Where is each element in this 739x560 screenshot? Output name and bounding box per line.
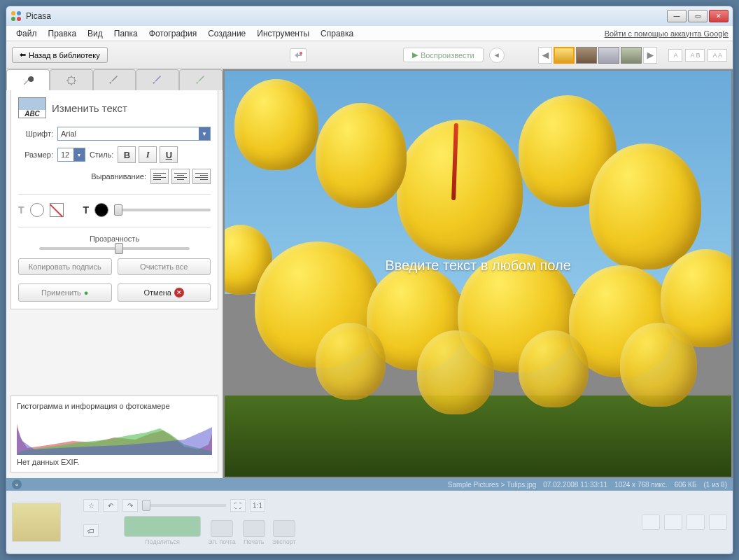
- bold-button[interactable]: B: [118, 146, 136, 163]
- tab-tune[interactable]: [50, 69, 93, 90]
- menu-photo[interactable]: Фотография: [143, 27, 202, 40]
- menu-file[interactable]: Файл: [10, 27, 43, 40]
- histogram-chart: [17, 413, 212, 455]
- back-label: Назад в библиотеку: [29, 51, 100, 59]
- info-icon[interactable]: [709, 514, 727, 530]
- thumb-prev[interactable]: ◄: [538, 47, 552, 64]
- label-btn-1[interactable]: A: [668, 49, 682, 62]
- star-button[interactable]: ☆: [83, 499, 99, 512]
- opacity-slider[interactable]: [39, 247, 190, 250]
- outline-color-t: T: [83, 204, 90, 216]
- thumb-3[interactable]: [598, 47, 619, 64]
- actual-button[interactable]: 1:1: [250, 499, 265, 512]
- font-select[interactable]: Arial ▼: [57, 127, 211, 141]
- back-to-library-button[interactable]: ⬅ Назад в библиотеку: [12, 47, 108, 63]
- zoom-slider[interactable]: [142, 504, 226, 507]
- svg-point-3: [17, 17, 21, 21]
- text-tool-icon: ABC: [18, 97, 46, 118]
- rotate-left-button[interactable]: ↶: [103, 499, 118, 512]
- svg-point-1: [17, 11, 21, 15]
- app-icon: [10, 10, 22, 22]
- maximize-button[interactable]: ▭: [688, 10, 708, 22]
- geo-icon[interactable]: [664, 514, 682, 530]
- outline-color-swatch[interactable]: [94, 203, 108, 217]
- status-size: 606 КБ: [675, 481, 697, 489]
- menu-help[interactable]: Справка: [315, 27, 359, 40]
- cancel-button[interactable]: Отмена ✕: [118, 284, 211, 302]
- share-button[interactable]: Поделиться: [124, 516, 201, 545]
- status-date: 07.02.2008 11:33:11: [543, 481, 607, 489]
- tab-brush2[interactable]: [136, 69, 179, 90]
- italic-button[interactable]: I: [139, 146, 157, 163]
- svg-point-2: [11, 17, 15, 21]
- label-btn-2[interactable]: A B: [685, 49, 705, 62]
- svg-point-0: [11, 11, 15, 15]
- thumb-1[interactable]: [554, 47, 575, 64]
- sidebar: ABC Изменить текст Шрифт: Arial ▼ Размер…: [6, 69, 223, 478]
- fill-color-t: T: [18, 204, 24, 216]
- shop-icon[interactable]: [642, 514, 660, 530]
- align-left-button[interactable]: [150, 169, 169, 184]
- tray-thumb[interactable]: [12, 503, 61, 542]
- rotate-right-button[interactable]: ↷: [122, 499, 138, 512]
- fit-button[interactable]: ⛶: [230, 499, 246, 512]
- play-icon: ▶: [412, 50, 418, 59]
- signin-link[interactable]: Войти с помощью аккаунта Google: [605, 29, 729, 38]
- status-dims: 1024 x 768 пикс.: [614, 481, 668, 489]
- style-label: Стиль:: [90, 150, 113, 159]
- menu-edit[interactable]: Правка: [43, 27, 83, 40]
- x-icon: ✕: [174, 288, 184, 298]
- histogram-panel: Гистограмма и информация о фотокамере Не…: [10, 396, 218, 472]
- menubar: Файл Правка Вид Папка Фотография Создани…: [6, 26, 733, 41]
- play-label: Воспроизвести: [421, 51, 474, 59]
- align-right-button[interactable]: [192, 169, 211, 184]
- tag-button[interactable]: 🏷: [83, 524, 99, 537]
- font-label: Шрифт:: [18, 130, 53, 138]
- align-label: Выравнивание:: [91, 172, 146, 181]
- minimize-button[interactable]: —: [667, 10, 687, 22]
- outline-width-slider[interactable]: [114, 209, 211, 211]
- menu-tools[interactable]: Инструменты: [251, 27, 315, 40]
- size-input[interactable]: 12 ▾: [57, 148, 85, 162]
- align-center-button[interactable]: [171, 169, 190, 184]
- thumb-4[interactable]: [621, 47, 642, 64]
- label-btn-3[interactable]: A A: [708, 49, 727, 62]
- link-icon-button[interactable]: [290, 48, 307, 62]
- collapse-button[interactable]: «: [12, 479, 22, 489]
- tab-brush3[interactable]: [179, 69, 223, 90]
- histogram-title: Гистограмма и информация о фотокамере: [17, 402, 212, 410]
- titlebar: Picasa — ▭ ✕: [6, 6, 733, 26]
- image-preview: Введите текст в любом поле: [225, 71, 731, 477]
- tag2-icon[interactable]: [687, 514, 705, 530]
- app-title: Picasa: [26, 11, 667, 21]
- thumb-next[interactable]: ►: [643, 47, 657, 64]
- play-button[interactable]: ▶ Воспроизвести: [403, 48, 484, 62]
- tab-brush1[interactable]: [93, 69, 136, 90]
- bottombar: ☆ ↶ ↷ ⛶ 1:1 🏷 Поделиться Эл. почта Печат…: [6, 491, 733, 554]
- nav-prev-round[interactable]: ◄: [489, 48, 505, 63]
- tab-wrench[interactable]: [6, 69, 50, 90]
- apply-button[interactable]: Применить ●: [18, 284, 112, 302]
- no-fill-swatch[interactable]: [50, 203, 64, 217]
- status-index: (1 из 8): [703, 481, 727, 489]
- print-button[interactable]: Печать: [243, 520, 265, 545]
- menu-folder[interactable]: Папка: [108, 27, 143, 40]
- underline-button[interactable]: U: [160, 146, 178, 163]
- size-label: Размер:: [18, 150, 53, 159]
- arrow-left-icon: ⬅: [20, 50, 26, 59]
- spinner-icon: ▾: [73, 148, 85, 161]
- menu-view[interactable]: Вид: [82, 27, 108, 40]
- svg-point-5: [68, 77, 75, 84]
- copy-caption-button[interactable]: Копировать подпись: [18, 258, 112, 275]
- toolbar: ⬅ Назад в библиотеку ▶ Воспроизвести ◄ ◄…: [6, 41, 733, 69]
- fill-color-swatch[interactable]: [30, 203, 44, 217]
- menu-create[interactable]: Создание: [202, 27, 251, 40]
- text-placeholder[interactable]: Введите текст в любом поле: [385, 258, 571, 274]
- close-button[interactable]: ✕: [709, 10, 729, 22]
- canvas[interactable]: Введите текст в любом поле: [223, 69, 733, 478]
- clear-all-button[interactable]: Очистить все: [118, 258, 211, 275]
- export-button[interactable]: Экспорт: [272, 520, 296, 545]
- font-value: Arial: [61, 130, 76, 138]
- thumb-2[interactable]: [576, 47, 597, 64]
- email-button[interactable]: Эл. почта: [208, 520, 236, 545]
